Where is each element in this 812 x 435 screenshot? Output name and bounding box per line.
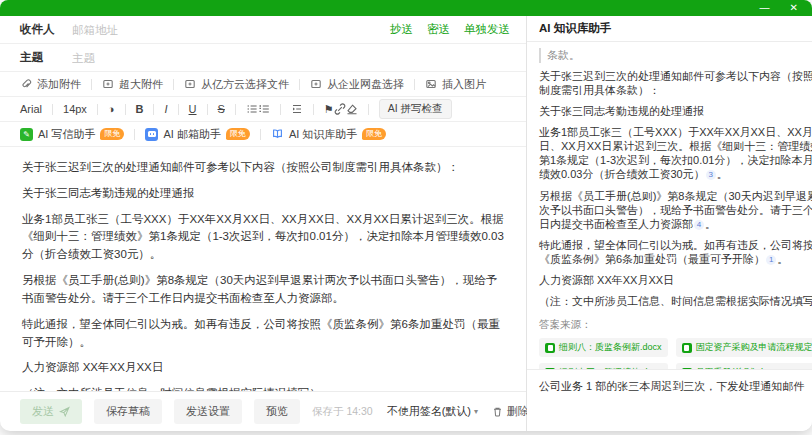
answer-paragraph: 另根据《员工手册(总则)》第8条规定（30天内迟到早退累计两次予以书面口头警告）… <box>539 189 812 231</box>
font-family-select[interactable]: Arial <box>20 103 42 115</box>
divider <box>260 129 261 140</box>
indent-icon <box>291 103 303 115</box>
save-draft-button[interactable]: 保存草稿 <box>94 399 162 424</box>
send-label: 发送 <box>32 404 54 419</box>
preview-button[interactable]: 预览 <box>254 399 300 424</box>
tool-label: 从亿方云选择文件 <box>201 77 289 92</box>
body-paragraph: 关于张三迟到三次的处理通知邮件可参考以下内容（按照公司制度需引用具体条款）： <box>22 159 508 177</box>
bcc-link[interactable]: 密送 <box>427 22 450 37</box>
font-size-select[interactable]: 14px <box>63 103 87 115</box>
body-paragraph: 关于张三同志考勤违规的处理通报 <box>22 185 508 203</box>
assistant-conversation[interactable]: 条款。 关于张三迟到三次的处理通知邮件可参考以下内容（按照公司制度需引用具体条款… <box>527 42 812 369</box>
upload-box-icon <box>102 78 114 90</box>
ai-writing-assistant-button[interactable]: ✎ AI 写信助手 限免 <box>20 127 124 142</box>
divider <box>235 104 236 115</box>
strikethrough-button[interactable]: S <box>218 103 225 115</box>
source-doc-chip[interactable]: 固定资产采购及申请流程规定.docx <box>676 338 812 357</box>
drive-file-icon <box>310 78 322 90</box>
recipient-row: 收件人 抄送 密送 单独发送 <box>0 16 526 44</box>
window-close-icon[interactable]: ✕ <box>790 3 798 13</box>
source-doc-chip[interactable]: 细则八：质监条例新.docx <box>539 338 668 357</box>
ai-spellcheck-button[interactable]: AI 拼写检查 <box>379 99 452 119</box>
body-paragraph: 另根据《员工手册(总则)》第8条规定（30天内迟到早退累计两次予以书面口头警告）… <box>22 272 508 308</box>
subject-input[interactable] <box>72 52 510 64</box>
ai-tool-label: AI 邮箱助手 <box>163 127 220 142</box>
ai-knowledge-assistant-button[interactable]: AI 知识库助手 限免 <box>271 127 386 142</box>
attachment-toolbar: 添加附件 超大附件 从亿方云选择文件 从企业网盘选择 <box>0 72 526 97</box>
font-color-button[interactable]: ◑ <box>108 103 115 115</box>
answer-text: 。 <box>777 253 788 265</box>
tool-label: 从企业网盘选择 <box>327 77 404 92</box>
answer-text: 另根据《员工手册(总则)》第8条规定（30天内迟到早退累计两次予以书面口头警告）… <box>539 190 812 230</box>
fangcloud-file-button[interactable]: 从亿方云选择文件 <box>184 77 289 92</box>
divider <box>299 79 300 90</box>
answer-signature: 人力资源部 XX年XX月XX日 <box>539 273 812 287</box>
signature-select[interactable]: 不使用签名(默认) ▾ <box>387 404 478 419</box>
main-area: 收件人 抄送 密送 单独发送 主题 添加附件 <box>0 16 812 431</box>
subject-label: 主题 <box>20 50 72 65</box>
clear-format-button[interactable] <box>346 103 358 115</box>
previous-message-partial: 条款。 <box>539 48 812 63</box>
email-body-editor[interactable]: 关于张三迟到三次的处理通知邮件可参考以下内容（按照公司制度需引用具体条款）： 关… <box>0 147 526 391</box>
body-paragraph: 特此通报，望全体同仁引以为戒。如再有违反，公司将按照《质监条例》第6条加重处罚（… <box>22 316 508 352</box>
add-attachment-button[interactable]: 添加附件 <box>20 77 81 92</box>
signature-label: 不使用签名(默认) <box>387 404 471 419</box>
book-icon <box>271 128 284 141</box>
eraser-icon <box>346 103 358 115</box>
huge-attachment-button[interactable]: 超大附件 <box>102 77 163 92</box>
numbered-list-icon <box>258 103 270 115</box>
minimize-icon[interactable]: — <box>760 3 770 13</box>
enterprise-drive-button[interactable]: 从企业网盘选择 <box>310 77 404 92</box>
answer-text: 业务1部员工张三（工号XXX）于XX年XX月XX日、XX月XX日、XX月XX日累… <box>539 126 812 180</box>
paper-plane-icon <box>59 406 70 417</box>
source-doc-name: 细则八：质监条例新.docx <box>559 341 662 354</box>
indent-button[interactable] <box>291 103 303 115</box>
bullet-list-button[interactable] <box>246 103 258 115</box>
send-settings-button[interactable]: 发送设置 <box>174 399 242 424</box>
document-icon <box>682 343 692 353</box>
answer-paragraph: 业务1部员工张三（工号XXX）于XX年XX月XX日、XX月XX日、XX月XX日累… <box>539 125 812 181</box>
trash-icon <box>492 406 503 417</box>
send-button[interactable]: 发送 <box>20 399 82 424</box>
numbered-list-button[interactable] <box>258 103 270 115</box>
divider <box>313 104 314 115</box>
answer-note: （注：文中所涉员工信息、时间信息需根据实际情况填写） <box>539 294 812 308</box>
subject-row: 主题 <box>0 44 526 72</box>
answer-text: 。 <box>717 168 728 180</box>
pencil-icon: ✎ <box>20 128 33 141</box>
flag-button[interactable]: ⚑ <box>324 103 334 116</box>
source-doc-name: 固定资产采购及申请流程规定.docx <box>696 341 812 354</box>
underline-button[interactable]: U <box>189 103 197 115</box>
divider <box>134 129 135 140</box>
document-icon <box>545 343 555 353</box>
window-titlebar: — ✕ <box>0 0 812 16</box>
answer-text: 。 <box>705 218 716 230</box>
insert-image-button[interactable]: 插入图片 <box>425 77 486 92</box>
italic-button[interactable]: I <box>164 103 167 115</box>
bold-button[interactable]: B <box>136 103 144 115</box>
compose-pane: 收件人 抄送 密送 单独发送 主题 添加附件 <box>0 16 527 431</box>
recipient-input[interactable] <box>72 24 390 36</box>
free-badge: 限免 <box>100 128 124 140</box>
citation-badge[interactable]: 3 <box>706 170 716 180</box>
divider <box>52 104 53 115</box>
hyperlink-button[interactable] <box>334 103 346 115</box>
divider <box>125 104 126 115</box>
cc-link[interactable]: 抄送 <box>390 22 413 37</box>
separate-send-link[interactable]: 单独发送 <box>464 22 510 37</box>
answer-intro: 关于张三迟到三次的处理通知邮件可参考以下内容（按照公司制度需引用具体条款）： <box>539 69 812 97</box>
divider <box>280 104 281 115</box>
divider <box>97 104 98 115</box>
image-icon <box>425 78 437 90</box>
free-badge: 限免 <box>226 128 250 140</box>
divider <box>91 79 92 90</box>
citation-badge[interactable]: 1 <box>766 255 776 265</box>
robot-icon <box>145 128 158 141</box>
answer-paragraph: 特此通报，望全体同仁引以为戒。如再有违反，公司将按照《质监条例》第6条加重处罚（… <box>539 238 812 266</box>
format-toolbar: Arial 14px ◑ B I U S <box>0 97 526 122</box>
assistant-input-area[interactable]: 公司业务 1 部的张三本周迟到三次，下发处理通知邮件 <box>527 369 812 431</box>
ai-mailbox-assistant-button[interactable]: AI 邮箱助手 限免 <box>145 127 249 142</box>
tool-label: 添加附件 <box>37 77 81 92</box>
ai-tool-label: AI 写信助手 <box>38 127 95 142</box>
citation-badge[interactable]: 4 <box>694 220 704 230</box>
